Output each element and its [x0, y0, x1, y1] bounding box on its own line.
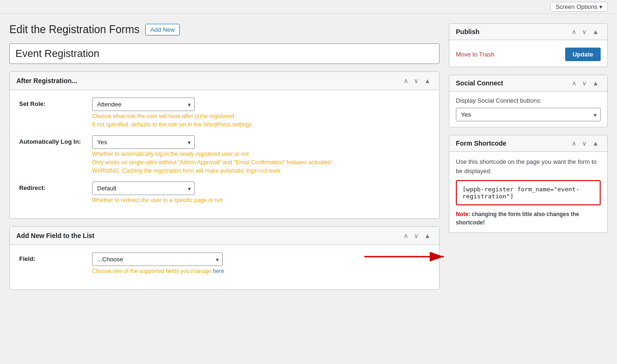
add-new-button[interactable]: Add New	[145, 24, 180, 35]
publish-collapse-button[interactable]: ▲	[590, 28, 601, 36]
add-field-down-button[interactable]: ∨	[412, 231, 420, 240]
field-select-wrap: ...Choose Username Email Password First …	[92, 252, 223, 266]
social-connect-header: Social Connect ∧ ∨ ▲	[449, 75, 607, 91]
left-column: Edit the Registration Forms Add New Afte…	[9, 23, 440, 297]
field-select-content: ...Choose Username Email Password First …	[92, 252, 430, 274]
shortcode-box[interactable]: [wppb-register form_name="event-registra…	[456, 180, 601, 205]
social-connect-controls: ∧ ∨ ▲	[570, 79, 601, 87]
set-role-label: Set Role:	[19, 98, 85, 107]
field-help-text: Choose one of the supported fields you m…	[92, 268, 430, 274]
screen-options-button[interactable]: Screen Options ▾	[550, 2, 608, 12]
auto-login-label: Automatically Log In:	[19, 135, 85, 145]
after-registration-panel: After Registration... ∧ ∨ ▲ Set Role: At…	[9, 71, 440, 219]
social-connect-title: Social Connect	[456, 79, 503, 87]
add-new-field-header: Add New Field to the List ∧ ∨ ▲	[10, 227, 439, 245]
add-new-field-body: Field: ...Choose Username Email Password…	[10, 245, 439, 289]
panel-down-button[interactable]: ∨	[412, 77, 420, 85]
form-shortcode-panel: Form Shortcode ∧ ∨ ▲ Use this shortcode …	[449, 135, 608, 233]
social-connect-select[interactable]: Yes No	[456, 108, 601, 121]
set-role-select-wrap: Attendee Subscriber Contributor Editor A…	[92, 98, 195, 111]
field-select[interactable]: ...Choose Username Email Password First …	[92, 252, 223, 266]
redirect-help: Whether to redirect the user to a specif…	[92, 197, 430, 203]
shortcode-note-label: Note:	[456, 211, 470, 217]
auto-login-help2: Only works on single-sites without "Admi…	[92, 159, 430, 166]
redirect-label: Redirect:	[19, 182, 85, 191]
update-button[interactable]: Update	[565, 48, 601, 61]
add-new-field-panel: Add New Field to the List ∧ ∨ ▲ Field: .…	[9, 226, 440, 290]
add-field-up-button[interactable]: ∧	[402, 231, 410, 240]
screen-options-bar: Screen Options ▾	[0, 0, 617, 14]
redirect-content: Default Custom URL Previous Page Whether…	[92, 182, 430, 203]
screen-options-chevron: ▾	[599, 3, 603, 10]
set-role-help2: If not specified, defaults to the role s…	[92, 121, 430, 128]
after-registration-header: After Registration... ∧ ∨ ▲	[10, 72, 439, 90]
panel-controls: ∧ ∨ ▲	[402, 77, 433, 85]
page-title-row: Edit the Registration Forms Add New	[9, 23, 440, 36]
auto-login-select-wrap: Yes No	[92, 135, 195, 149]
social-down-button[interactable]: ∨	[580, 79, 589, 87]
field-select-label: Field:	[19, 252, 85, 262]
move-to-trash-link[interactable]: Move to Trash	[456, 51, 494, 58]
shortcode-note-text: changing the form title also changes the…	[456, 211, 579, 226]
social-connect-panel: Social Connect ∧ ∨ ▲ Display Social Conn…	[449, 75, 608, 127]
set-role-row: Set Role: Attendee Subscriber Contributo…	[19, 98, 430, 128]
publish-title: Publish	[456, 28, 480, 35]
set-role-help1: Choose what role the user will have afte…	[92, 113, 430, 119]
redirect-select-wrap: Default Custom URL Previous Page	[92, 182, 195, 195]
publish-up-button[interactable]: ∧	[570, 28, 578, 36]
after-registration-body: Set Role: Attendee Subscriber Contributo…	[10, 90, 439, 218]
auto-login-help1: Whether to automatically log in the newl…	[92, 151, 430, 157]
panel-up-button[interactable]: ∧	[402, 77, 410, 85]
set-role-content: Attendee Subscriber Contributor Editor A…	[92, 98, 430, 128]
social-up-button[interactable]: ∧	[570, 79, 578, 87]
publish-panel: Publish ∧ ∨ ▲ Move to Trash Update	[449, 23, 608, 67]
form-shortcode-header: Form Shortcode ∧ ∨ ▲	[449, 135, 607, 152]
redirect-select[interactable]: Default Custom URL Previous Page	[92, 182, 195, 195]
redirect-row: Redirect: Default Custom URL Previous Pa…	[19, 182, 430, 203]
form-title-input[interactable]	[9, 43, 440, 64]
shortcode-description: Use this shortcode on the page you want …	[456, 157, 601, 175]
auto-login-select[interactable]: Yes No	[92, 135, 195, 149]
publish-actions: Move to Trash Update	[456, 48, 601, 61]
social-collapse-button[interactable]: ▲	[590, 79, 601, 87]
shortcode-controls: ∧ ∨ ▲	[570, 139, 601, 147]
form-shortcode-body: Use this shortcode on the page you want …	[449, 152, 607, 232]
after-registration-title: After Registration...	[16, 77, 77, 84]
social-connect-select-wrap: Yes No	[456, 108, 601, 121]
social-connect-display-label: Display Social Connect buttons:	[456, 97, 601, 104]
auto-login-help3: WARNING: Caching the registration form w…	[92, 168, 430, 174]
auto-login-row: Automatically Log In: Yes No Whether to …	[19, 135, 430, 174]
panel-collapse-button[interactable]: ▲	[422, 77, 433, 85]
screen-options-label: Screen Options	[555, 3, 597, 10]
auto-login-content: Yes No Whether to automatically log in t…	[92, 135, 430, 174]
form-shortcode-title: Form Shortcode	[456, 140, 506, 147]
publish-header: Publish ∧ ∨ ▲	[449, 24, 607, 40]
shortcode-up-button[interactable]: ∧	[570, 139, 578, 147]
publish-body: Move to Trash Update	[449, 40, 607, 67]
shortcode-down-button[interactable]: ∨	[580, 139, 589, 147]
shortcode-note: Note: changing the form title also chang…	[456, 210, 601, 227]
add-field-panel-controls: ∧ ∨ ▲	[402, 231, 433, 240]
page-title: Edit the Registration Forms	[9, 23, 140, 36]
right-column: Publish ∧ ∨ ▲ Move to Trash Update Socia…	[449, 23, 608, 297]
add-new-field-title: Add New Field to the List	[16, 232, 94, 239]
set-role-select[interactable]: Attendee Subscriber Contributor Editor A…	[92, 98, 195, 111]
publish-controls: ∧ ∨ ▲	[570, 28, 601, 36]
publish-down-button[interactable]: ∨	[580, 28, 589, 36]
field-select-row: Field: ...Choose Username Email Password…	[19, 252, 430, 274]
add-field-collapse-button[interactable]: ▲	[422, 231, 433, 240]
field-help-link[interactable]: here	[213, 268, 224, 274]
social-connect-body: Display Social Connect buttons: Yes No	[449, 91, 607, 127]
shortcode-collapse-button[interactable]: ▲	[590, 139, 601, 147]
